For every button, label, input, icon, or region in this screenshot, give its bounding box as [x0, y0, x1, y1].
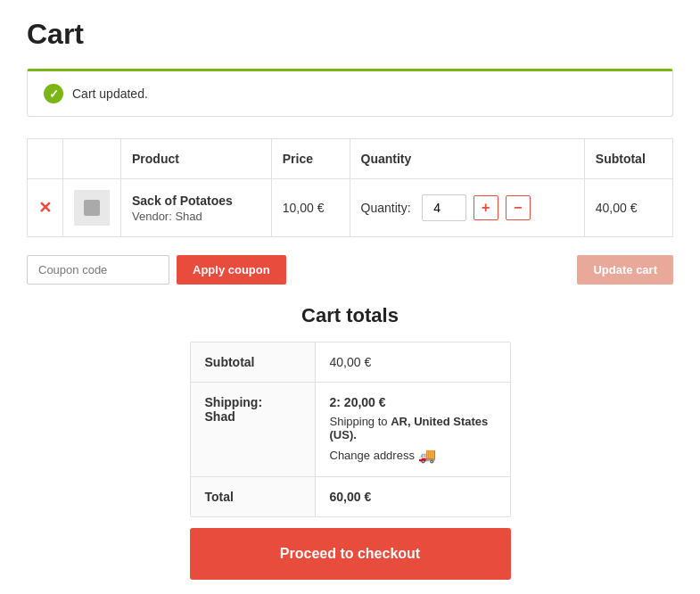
- shipping-amount: 2: 20,00 €: [330, 395, 496, 409]
- quantity-cell: Quantity: + −: [350, 179, 584, 237]
- table-row: ✕ Sack of Potatoes Vendor: Shad 10,00 €: [28, 179, 673, 237]
- shipping-label-line1: Shipping:: [205, 395, 263, 409]
- quantity-input[interactable]: [422, 194, 466, 221]
- shipping-vendor: Shad: [205, 409, 235, 424]
- vendor-name: Shad: [175, 210, 202, 223]
- subtotal-value: 40,00 €: [316, 342, 510, 382]
- coupon-row: Apply coupon Update cart: [27, 252, 673, 295]
- cart-totals-section: Cart totals Subtotal 40,00 € Shipping: S…: [27, 304, 673, 580]
- remove-cell: ✕: [28, 179, 63, 237]
- shipping-prefix: 2:: [330, 395, 344, 409]
- quantity-increase-button[interactable]: +: [474, 195, 498, 220]
- col-price-header: Price: [271, 139, 350, 179]
- coupon-left: Apply coupon: [27, 255, 286, 285]
- notice-text: Cart updated.: [72, 87, 148, 101]
- product-thumbnail: [74, 190, 110, 226]
- total-row: Total 60,00 €: [191, 477, 510, 516]
- col-quantity-header: Quantity: [350, 139, 584, 179]
- shipping-info: Shipping to AR, United States (US).: [330, 415, 496, 441]
- col-thumb-header: [63, 139, 121, 179]
- shipping-cost: 20,00 €: [344, 395, 386, 409]
- coupon-input[interactable]: [27, 255, 169, 285]
- subtotal-cell: 40,00 €: [584, 179, 672, 237]
- cart-notice: Cart updated.: [27, 69, 673, 117]
- total-label: Total: [191, 477, 316, 516]
- image-icon: [81, 197, 103, 219]
- price-cell: 10,00 €: [271, 179, 350, 237]
- cart-table: Product Price Quantity Subtotal ✕ Sack o…: [27, 138, 673, 237]
- shipping-label: Shipping: Shad: [191, 383, 316, 476]
- shipping-row: Shipping: Shad 2: 20,00 € Shipping to AR…: [191, 383, 510, 477]
- col-remove-header: [28, 139, 63, 179]
- quantity-wrapper: Quantity: + −: [361, 194, 573, 221]
- checkout-button[interactable]: Proceed to checkout: [190, 528, 511, 580]
- col-product-header: Product: [121, 139, 272, 179]
- subtotal-row: Subtotal 40,00 €: [191, 342, 510, 383]
- quantity-decrease-button[interactable]: −: [506, 195, 531, 220]
- col-subtotal-header: Subtotal: [584, 139, 672, 179]
- page-title: Cart: [27, 18, 673, 51]
- change-address-row: Change address 🚚: [330, 447, 496, 464]
- product-cell: Sack of Potatoes Vendor: Shad: [121, 179, 272, 237]
- cart-totals-title: Cart totals: [301, 304, 399, 327]
- update-cart-button[interactable]: Update cart: [577, 255, 673, 285]
- subtotal-label: Subtotal: [191, 342, 316, 382]
- product-vendor: Vendor: Shad: [132, 210, 260, 223]
- remove-item-button[interactable]: ✕: [38, 198, 52, 218]
- change-address-link[interactable]: Change address: [330, 449, 415, 462]
- totals-table: Subtotal 40,00 € Shipping: Shad 2: 20,00…: [190, 342, 511, 517]
- check-icon: [44, 84, 63, 103]
- product-name: Sack of Potatoes: [132, 194, 260, 208]
- apply-coupon-button[interactable]: Apply coupon: [177, 255, 286, 285]
- vendor-label: Vendor:: [132, 210, 172, 223]
- thumb-cell: [63, 179, 121, 237]
- total-value: 60,00 €: [316, 477, 510, 516]
- shipping-value: 2: 20,00 € Shipping to AR, United States…: [316, 383, 510, 476]
- quantity-label: Quantity:: [361, 201, 411, 215]
- truck-icon: 🚚: [418, 447, 436, 464]
